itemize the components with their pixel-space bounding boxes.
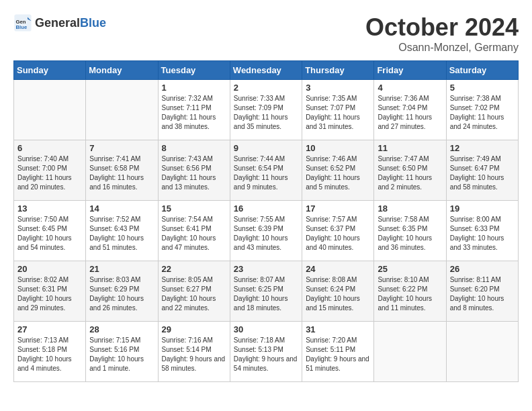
calendar-cell: 28Sunrise: 7:15 AM Sunset: 5:16 PM Dayli…	[86, 322, 158, 382]
calendar-cell: 12Sunrise: 7:49 AM Sunset: 6:47 PM Dayli…	[446, 140, 518, 201]
calendar-cell: 23Sunrise: 8:07 AM Sunset: 6:25 PM Dayli…	[230, 261, 302, 322]
day-number: 30	[234, 324, 298, 334]
calendar-cell: 10Sunrise: 7:46 AM Sunset: 6:52 PM Dayli…	[302, 140, 374, 201]
calendar-cell: 30Sunrise: 7:18 AM Sunset: 5:13 PM Dayli…	[230, 322, 302, 382]
calendar-cell: 21Sunrise: 8:03 AM Sunset: 6:29 PM Dayli…	[86, 261, 158, 322]
calendar-cell: 17Sunrise: 7:57 AM Sunset: 6:37 PM Dayli…	[302, 201, 374, 261]
day-number: 25	[378, 264, 442, 274]
day-number: 11	[378, 143, 442, 153]
day-number: 28	[89, 324, 154, 334]
day-info: Sunrise: 8:00 AM Sunset: 6:33 PM Dayligh…	[450, 215, 515, 253]
day-info: Sunrise: 7:33 AM Sunset: 7:09 PM Dayligh…	[234, 94, 298, 132]
day-info: Sunrise: 8:02 AM Sunset: 6:31 PM Dayligh…	[17, 275, 82, 313]
day-number: 2	[234, 83, 298, 93]
calendar-cell: 4Sunrise: 7:36 AM Sunset: 7:04 PM Daylig…	[374, 80, 446, 140]
day-info: Sunrise: 7:49 AM Sunset: 6:47 PM Dayligh…	[450, 154, 515, 192]
calendar-cell	[14, 80, 86, 140]
calendar-cell: 14Sunrise: 7:52 AM Sunset: 6:43 PM Dayli…	[86, 201, 158, 261]
day-info: Sunrise: 8:05 AM Sunset: 6:27 PM Dayligh…	[162, 275, 226, 313]
day-info: Sunrise: 7:58 AM Sunset: 6:35 PM Dayligh…	[378, 215, 442, 253]
day-info: Sunrise: 7:13 AM Sunset: 5:18 PM Dayligh…	[17, 336, 82, 373]
calendar-cell: 8Sunrise: 7:43 AM Sunset: 6:56 PM Daylig…	[158, 140, 230, 201]
day-number: 29	[162, 324, 226, 334]
calendar-cell: 16Sunrise: 7:55 AM Sunset: 6:39 PM Dayli…	[230, 201, 302, 261]
day-info: Sunrise: 7:57 AM Sunset: 6:37 PM Dayligh…	[306, 215, 370, 253]
calendar-cell: 1Sunrise: 7:32 AM Sunset: 7:11 PM Daylig…	[158, 80, 230, 140]
day-number: 3	[306, 83, 370, 93]
day-info: Sunrise: 7:15 AM Sunset: 5:16 PM Dayligh…	[89, 336, 154, 373]
day-info: Sunrise: 7:41 AM Sunset: 6:58 PM Dayligh…	[89, 154, 154, 192]
calendar-cell: 3Sunrise: 7:35 AM Sunset: 7:07 PM Daylig…	[302, 80, 374, 140]
day-info: Sunrise: 8:10 AM Sunset: 6:22 PM Dayligh…	[378, 275, 442, 313]
logo-icon: Gen Blue	[13, 13, 32, 32]
calendar-cell: 9Sunrise: 7:44 AM Sunset: 6:54 PM Daylig…	[230, 140, 302, 201]
day-info: Sunrise: 7:20 AM Sunset: 5:11 PM Dayligh…	[306, 336, 370, 373]
day-info: Sunrise: 8:11 AM Sunset: 6:20 PM Dayligh…	[450, 275, 515, 313]
weekday-header-row: SundayMondayTuesdayWednesdayThursdayFrid…	[14, 61, 519, 80]
day-info: Sunrise: 7:38 AM Sunset: 7:02 PM Dayligh…	[450, 94, 515, 132]
calendar-cell: 31Sunrise: 7:20 AM Sunset: 5:11 PM Dayli…	[302, 322, 374, 382]
day-number: 16	[234, 203, 298, 214]
weekday-header-thursday: Thursday	[302, 61, 374, 80]
day-info: Sunrise: 7:46 AM Sunset: 6:52 PM Dayligh…	[306, 154, 370, 192]
day-number: 4	[378, 83, 442, 93]
day-info: Sunrise: 7:54 AM Sunset: 6:41 PM Dayligh…	[162, 215, 226, 253]
calendar-cell: 24Sunrise: 8:08 AM Sunset: 6:24 PM Dayli…	[302, 261, 374, 322]
calendar-cell: 2Sunrise: 7:33 AM Sunset: 7:09 PM Daylig…	[230, 80, 302, 140]
weekday-header-tuesday: Tuesday	[158, 61, 230, 80]
logo-blue-text: Blue	[80, 16, 106, 30]
day-number: 22	[162, 264, 226, 274]
weekday-header-sunday: Sunday	[14, 61, 86, 80]
calendar-week-row: 20Sunrise: 8:02 AM Sunset: 6:31 PM Dayli…	[14, 261, 519, 322]
calendar-location: Osann-Monzel, Germany	[365, 42, 519, 54]
day-info: Sunrise: 7:55 AM Sunset: 6:39 PM Dayligh…	[234, 215, 298, 253]
day-info: Sunrise: 7:36 AM Sunset: 7:04 PM Dayligh…	[378, 94, 442, 132]
day-number: 9	[234, 143, 298, 153]
day-number: 10	[306, 143, 370, 153]
calendar-body: 1Sunrise: 7:32 AM Sunset: 7:11 PM Daylig…	[14, 80, 519, 382]
calendar-cell	[374, 322, 446, 382]
day-number: 24	[306, 264, 370, 274]
day-number: 6	[17, 143, 82, 153]
weekday-header-wednesday: Wednesday	[230, 61, 302, 80]
calendar-week-row: 27Sunrise: 7:13 AM Sunset: 5:18 PM Dayli…	[14, 322, 519, 382]
calendar-cell	[86, 80, 158, 140]
calendar-week-row: 13Sunrise: 7:50 AM Sunset: 6:45 PM Dayli…	[14, 201, 519, 261]
weekday-header-monday: Monday	[86, 61, 158, 80]
day-info: Sunrise: 7:47 AM Sunset: 6:50 PM Dayligh…	[378, 154, 442, 192]
day-info: Sunrise: 7:50 AM Sunset: 6:45 PM Dayligh…	[17, 215, 82, 253]
day-number: 19	[450, 203, 515, 214]
day-number: 20	[17, 264, 82, 274]
calendar-cell: 20Sunrise: 8:02 AM Sunset: 6:31 PM Dayli…	[14, 261, 86, 322]
day-info: Sunrise: 7:52 AM Sunset: 6:43 PM Dayligh…	[89, 215, 154, 253]
day-number: 8	[162, 143, 226, 153]
day-info: Sunrise: 7:44 AM Sunset: 6:54 PM Dayligh…	[234, 154, 298, 192]
weekday-header-saturday: Saturday	[446, 61, 518, 80]
day-number: 12	[450, 143, 515, 153]
calendar-cell	[446, 322, 518, 382]
calendar-cell: 7Sunrise: 7:41 AM Sunset: 6:58 PM Daylig…	[86, 140, 158, 201]
day-number: 21	[89, 264, 154, 274]
calendar-cell: 18Sunrise: 7:58 AM Sunset: 6:35 PM Dayli…	[374, 201, 446, 261]
calendar-cell: 25Sunrise: 8:10 AM Sunset: 6:22 PM Dayli…	[374, 261, 446, 322]
calendar-cell: 11Sunrise: 7:47 AM Sunset: 6:50 PM Dayli…	[374, 140, 446, 201]
calendar-week-row: 6Sunrise: 7:40 AM Sunset: 7:00 PM Daylig…	[14, 140, 519, 201]
day-info: Sunrise: 8:03 AM Sunset: 6:29 PM Dayligh…	[89, 275, 154, 313]
day-info: Sunrise: 7:32 AM Sunset: 7:11 PM Dayligh…	[162, 94, 226, 132]
day-number: 17	[306, 203, 370, 214]
calendar-week-row: 1Sunrise: 7:32 AM Sunset: 7:11 PM Daylig…	[14, 80, 519, 140]
calendar-cell: 5Sunrise: 7:38 AM Sunset: 7:02 PM Daylig…	[446, 80, 518, 140]
logo-general-text: General	[35, 16, 80, 30]
calendar-table: SundayMondayTuesdayWednesdayThursdayFrid…	[13, 60, 519, 382]
day-number: 14	[89, 203, 154, 214]
day-info: Sunrise: 7:43 AM Sunset: 6:56 PM Dayligh…	[162, 154, 226, 192]
day-info: Sunrise: 7:35 AM Sunset: 7:07 PM Dayligh…	[306, 94, 370, 132]
calendar-cell: 22Sunrise: 8:05 AM Sunset: 6:27 PM Dayli…	[158, 261, 230, 322]
calendar-cell: 13Sunrise: 7:50 AM Sunset: 6:45 PM Dayli…	[14, 201, 86, 261]
svg-text:Blue: Blue	[16, 24, 28, 30]
title-block: October 2024 Osann-Monzel, Germany	[365, 13, 519, 54]
logo: Gen Blue GeneralBlue	[13, 13, 106, 32]
day-info: Sunrise: 7:40 AM Sunset: 7:00 PM Dayligh…	[17, 154, 82, 192]
day-info: Sunrise: 7:18 AM Sunset: 5:13 PM Dayligh…	[234, 336, 298, 373]
day-number: 18	[378, 203, 442, 214]
